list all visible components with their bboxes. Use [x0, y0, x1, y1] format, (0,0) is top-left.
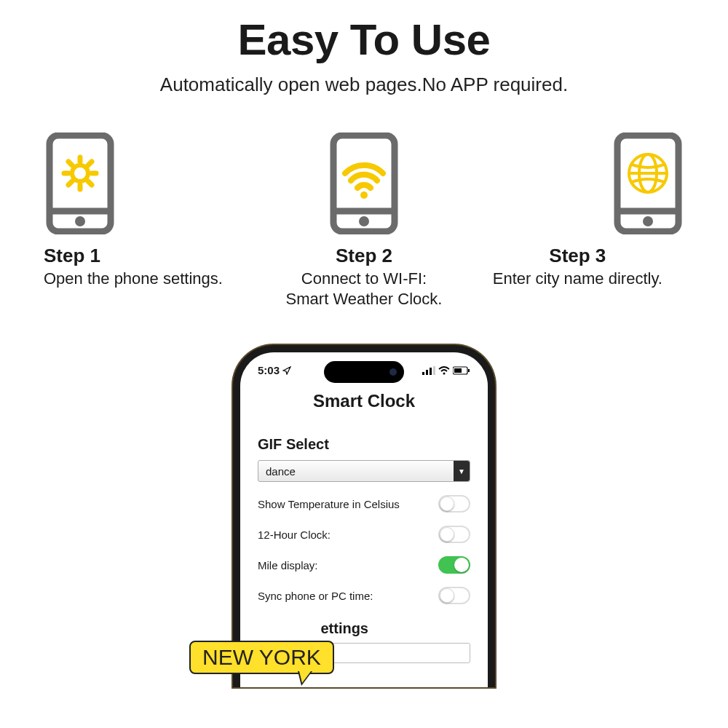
toggle-12hour[interactable]	[438, 526, 470, 543]
setting-row-sync: Sync phone or PC time:	[258, 587, 470, 604]
gif-select-value: dance	[266, 465, 296, 478]
phone-mockup: 5:03 Smart Clock GIF Selec	[233, 345, 495, 687]
step-3-desc: Enter city name directly.	[493, 269, 662, 289]
step-1-title: Step 1	[44, 245, 100, 267]
svg-rect-25	[433, 366, 435, 375]
gif-select-dropdown[interactable]: dance ▼	[258, 460, 470, 482]
svg-point-14	[359, 216, 369, 226]
status-time: 5:03	[258, 364, 280, 376]
location-icon	[282, 366, 291, 375]
setting-label: Mile display:	[258, 559, 318, 571]
svg-line-11	[88, 181, 92, 185]
phone-settings-icon	[44, 132, 116, 234]
app-title: Smart Clock	[258, 391, 470, 411]
svg-line-10	[68, 181, 72, 185]
svg-line-9	[88, 162, 92, 165]
step-1-desc: Open the phone settings.	[44, 269, 223, 289]
dynamic-island	[324, 361, 404, 383]
wifi-icon	[438, 366, 450, 375]
svg-rect-23	[426, 370, 428, 375]
battery-icon	[453, 366, 470, 375]
svg-rect-29	[454, 368, 462, 373]
svg-point-15	[360, 191, 368, 199]
step-2: Step 2 Connect to WI-FI: Smart Weather C…	[257, 132, 470, 309]
svg-rect-24	[430, 368, 432, 375]
setting-row-celsius: Show Temperature in Celsius	[258, 495, 470, 513]
callout-label: NEW YORK	[189, 641, 334, 674]
setting-label: Sync phone or PC time:	[258, 590, 373, 602]
toggle-sync[interactable]	[438, 587, 470, 604]
phone-globe-icon	[612, 132, 684, 234]
signal-icon	[422, 366, 435, 375]
toggle-celsius[interactable]	[438, 495, 470, 513]
svg-line-8	[68, 162, 72, 165]
svg-rect-28	[468, 369, 470, 372]
setting-row-mile: Mile display:	[258, 556, 470, 574]
step-3: Step 3 Enter city name directly.	[471, 132, 684, 309]
page-title: Easy To Use	[0, 15, 728, 65]
setting-row-12hour: 12-Hour Clock:	[258, 526, 470, 543]
step-2-title: Step 2	[336, 245, 392, 267]
gif-select-heading: GIF Select	[258, 436, 470, 453]
toggle-mile[interactable]	[438, 556, 470, 574]
settings-heading-partial: ettings	[258, 620, 470, 637]
svg-point-2	[75, 216, 85, 226]
phone-wifi-icon	[328, 132, 400, 234]
svg-rect-22	[422, 372, 424, 375]
setting-label: Show Temperature in Celsius	[258, 498, 400, 510]
page-subtitle: Automatically open web pages.No APP requ…	[0, 74, 728, 96]
step-1: Step 1 Open the phone settings.	[44, 132, 257, 309]
step-3-title: Step 3	[549, 245, 606, 267]
chevron-down-icon: ▼	[454, 461, 470, 481]
svg-point-26	[443, 372, 446, 374]
step-2-desc: Connect to WI-FI: Smart Weather Clock.	[286, 269, 443, 309]
svg-point-3	[72, 165, 88, 181]
svg-point-18	[643, 216, 653, 226]
setting-label: 12-Hour Clock:	[258, 529, 331, 541]
steps-row: Step 1 Open the phone settings. Step 2 C…	[0, 96, 728, 323]
